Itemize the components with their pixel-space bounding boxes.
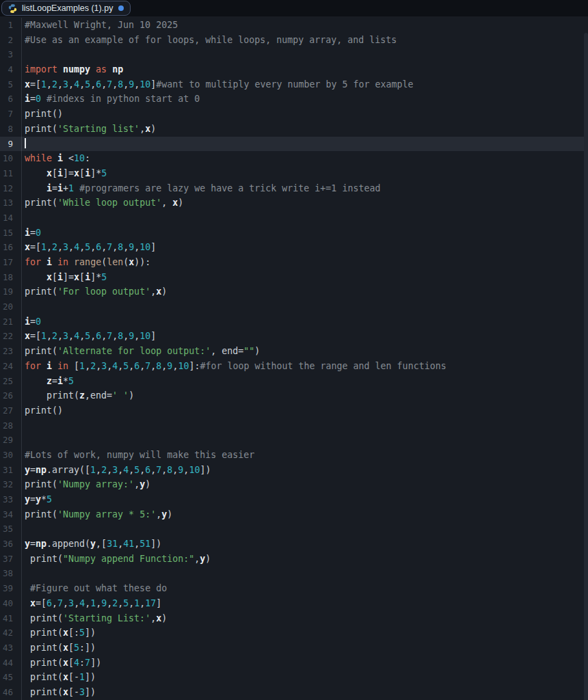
- code-line[interactable]: 44 print(x[4:7]): [0, 656, 588, 671]
- line-number: 6: [0, 92, 13, 107]
- code-line[interactable]: 7print(): [0, 107, 588, 122]
- code-editor[interactable]: 1#Maxwell Wright, Jun 10 20252#Use as an…: [0, 16, 588, 700]
- code-line[interactable]: 23print('Alternate for loop output:', en…: [0, 344, 588, 359]
- code-line[interactable]: 3: [0, 47, 588, 62]
- tab-active-file[interactable]: listLoopExamples (1).py: [1, 1, 131, 16]
- line-number: 20: [0, 299, 13, 314]
- code-text: [22, 418, 588, 433]
- code-line[interactable]: 30#Lots of work, numpy will make this ea…: [0, 448, 588, 463]
- gutter-separator: [13, 641, 22, 656]
- code-line[interactable]: 18 x[i]=x[i]*5: [0, 270, 588, 285]
- code-text: [22, 299, 588, 314]
- gutter-separator: [13, 566, 22, 581]
- line-number: 36: [0, 537, 13, 552]
- gutter-separator: [13, 477, 22, 492]
- code-line[interactable]: 20: [0, 299, 588, 314]
- scrollbar[interactable]: [584, 33, 588, 700]
- gutter-separator: [13, 329, 22, 344]
- code-line[interactable]: 24for i in [1,2,3,4,5,6,7,8,9,10]:#for l…: [0, 359, 588, 374]
- code-text: print(x[-1]): [22, 670, 588, 685]
- code-line[interactable]: 28: [0, 418, 588, 433]
- python-icon: [8, 3, 18, 14]
- line-number: 23: [0, 344, 13, 359]
- code-text: [22, 47, 588, 62]
- gutter-separator: [13, 448, 22, 463]
- code-line[interactable]: 43 print(x[5:]): [0, 641, 588, 656]
- code-line[interactable]: 26 print(z,end=' '): [0, 388, 588, 403]
- line-number: 10: [0, 151, 13, 166]
- code-line[interactable]: 35: [0, 522, 588, 537]
- line-number: 43: [0, 641, 13, 656]
- line-number: 32: [0, 477, 13, 492]
- code-text: print("Numpy append Function:",y): [22, 552, 588, 567]
- line-number: 18: [0, 270, 13, 285]
- code-line[interactable]: 36y=np.append(y,[31,41,51]): [0, 537, 588, 552]
- gutter-separator: [13, 211, 22, 226]
- code-text: print('Starting list',x): [22, 122, 588, 137]
- code-text: print('Alternate for loop output:', end=…: [22, 344, 588, 359]
- code-line[interactable]: 27print(): [0, 403, 588, 418]
- code-line[interactable]: 42 print(x[:5]): [0, 625, 588, 641]
- line-number: 42: [0, 625, 13, 641]
- modified-dot[interactable]: [118, 5, 124, 11]
- line-number: 30: [0, 448, 13, 463]
- code-line[interactable]: 21i=0: [0, 314, 588, 329]
- code-line[interactable]: 40 x=[6,7,3,4,1,9,2,5,1,17]: [0, 596, 588, 611]
- code-line[interactable]: 25 z=i*5: [0, 374, 588, 389]
- line-number: 37: [0, 552, 13, 567]
- code-line[interactable]: 41 print('Starting List:',x): [0, 611, 588, 626]
- code-line[interactable]: 22x=[1,2,3,4,5,6,7,8,9,10]: [0, 329, 588, 344]
- code-line[interactable]: 12 i=i+1 #programers are lazy we have a …: [0, 181, 588, 196]
- gutter-separator: [13, 507, 22, 522]
- code-line[interactable]: 6i=0 #indexs in python start at 0: [0, 92, 588, 107]
- code-line[interactable]: 10while i <10:: [0, 151, 588, 166]
- code-line[interactable]: 38: [0, 566, 588, 581]
- gutter-separator: [13, 374, 22, 389]
- code-line[interactable]: 19print('For loop output',x): [0, 284, 588, 299]
- code-line[interactable]: 46 print(x[-3]): [0, 685, 588, 700]
- code-line[interactable]: 5x=[1,2,3,4,5,6,7,8,9,10]#want to multip…: [0, 77, 588, 92]
- code-text: x[i]=x[i]*5: [22, 270, 588, 285]
- code-line[interactable]: 8print('Starting list',x): [0, 122, 588, 137]
- code-line[interactable]: 9: [0, 137, 588, 152]
- code-text: while i <10:: [22, 151, 588, 166]
- line-number: 9: [0, 137, 13, 152]
- line-number: 4: [0, 62, 13, 77]
- code-line[interactable]: 32print('Numpy array:',y): [0, 477, 588, 492]
- code-text: x=[1,2,3,4,5,6,7,8,9,10]: [22, 329, 588, 344]
- code-line[interactable]: 14: [0, 211, 588, 226]
- tab-label: listLoopExamples (1).py: [22, 3, 113, 13]
- code-line[interactable]: 45 print(x[-1]): [0, 670, 588, 685]
- code-line[interactable]: 13print('While loop output', x): [0, 196, 588, 211]
- code-text: i=0: [22, 226, 588, 241]
- code-line[interactable]: 31y=np.array([1,2,3,4,5,6,7,8,9,10]): [0, 463, 588, 478]
- code-line[interactable]: 2#Use as an example of for loops, while …: [0, 33, 588, 48]
- code-line[interactable]: 16x=[1,2,3,4,5,6,7,8,9,10]: [0, 240, 588, 255]
- line-number: 45: [0, 670, 13, 685]
- code-text: [22, 433, 588, 448]
- code-line[interactable]: 17for i in range(len(x)):: [0, 255, 588, 270]
- gutter-separator: [13, 611, 22, 626]
- text-cursor: [25, 138, 26, 148]
- code-line[interactable]: 34print('Numpy array * 5:',y): [0, 507, 588, 522]
- code-line[interactable]: 39 #Figure out what these do: [0, 581, 588, 596]
- code-text: print(): [22, 403, 588, 418]
- code-line[interactable]: 1#Maxwell Wright, Jun 10 2025: [0, 18, 588, 33]
- code-text: [22, 137, 588, 152]
- code-text: #Figure out what these do: [22, 581, 588, 596]
- line-number: 27: [0, 403, 13, 418]
- code-line[interactable]: 4import numpy as np: [0, 62, 588, 77]
- gutter-separator: [13, 359, 22, 374]
- scrollbar-thumb[interactable]: [584, 33, 588, 700]
- tab-bar: listLoopExamples (1).py: [0, 0, 588, 16]
- code-line[interactable]: 15i=0: [0, 226, 588, 241]
- code-line[interactable]: 33y=y*5: [0, 492, 588, 507]
- code-line[interactable]: 29: [0, 433, 588, 448]
- gutter-separator: [13, 18, 22, 33]
- line-number: 29: [0, 433, 13, 448]
- code-line[interactable]: 37 print("Numpy append Function:",y): [0, 552, 588, 567]
- code-text: [22, 211, 588, 226]
- code-text: print(x[-3]): [22, 685, 588, 700]
- code-text: #Maxwell Wright, Jun 10 2025: [22, 18, 588, 33]
- code-line[interactable]: 11 x[i]=x[i]*5: [0, 166, 588, 181]
